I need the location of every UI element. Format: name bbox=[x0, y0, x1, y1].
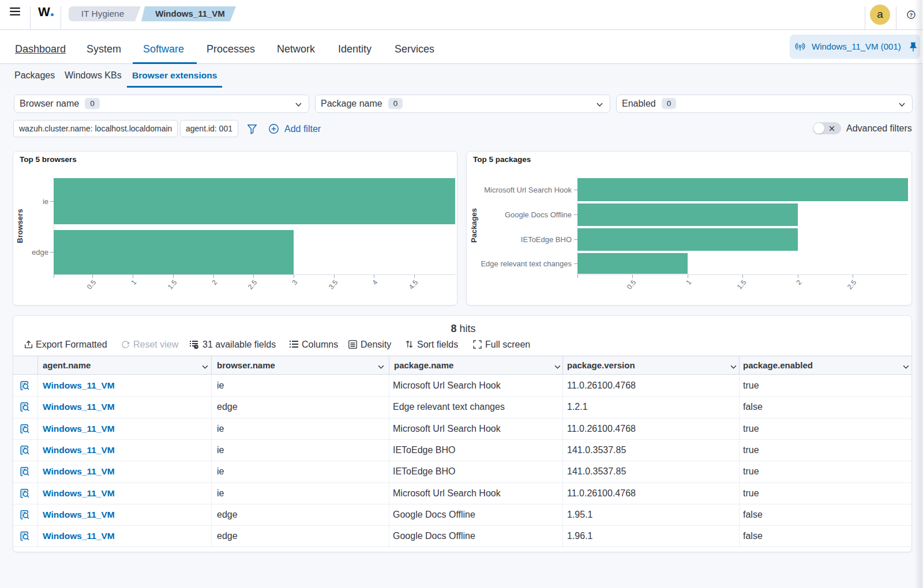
svg-text:1: 1 bbox=[129, 278, 138, 287]
svg-text:Google Docs Offline: Google Docs Offline bbox=[505, 210, 572, 219]
svg-text:0.5: 0.5 bbox=[85, 278, 98, 291]
svg-text:4.5: 4.5 bbox=[407, 278, 420, 291]
svg-text:0.5: 0.5 bbox=[625, 278, 638, 291]
svg-text:4: 4 bbox=[370, 278, 379, 287]
svg-text:1: 1 bbox=[684, 278, 693, 287]
svg-text:Edge relevant text changes: Edge relevant text changes bbox=[481, 259, 572, 268]
svg-text:2.5: 2.5 bbox=[246, 278, 259, 291]
svg-text:3.5: 3.5 bbox=[327, 278, 340, 291]
svg-text:edge: edge bbox=[32, 248, 48, 257]
svg-text:Browsers: Browsers bbox=[16, 209, 24, 243]
svg-text:IEToEdge BHO: IEToEdge BHO bbox=[521, 235, 572, 244]
svg-text:Packages: Packages bbox=[470, 208, 478, 243]
svg-text:ie: ie bbox=[43, 197, 48, 206]
svg-text:2: 2 bbox=[794, 278, 803, 287]
svg-text:3: 3 bbox=[290, 278, 299, 287]
svg-text:Microsoft Url Search Hook: Microsoft Url Search Hook bbox=[484, 186, 572, 194]
svg-text:1.5: 1.5 bbox=[166, 278, 179, 291]
svg-text:2: 2 bbox=[210, 278, 219, 287]
svg-text:1.5: 1.5 bbox=[736, 278, 748, 291]
svg-text:2.5: 2.5 bbox=[846, 278, 858, 291]
svg-text:?: ? bbox=[909, 12, 913, 18]
